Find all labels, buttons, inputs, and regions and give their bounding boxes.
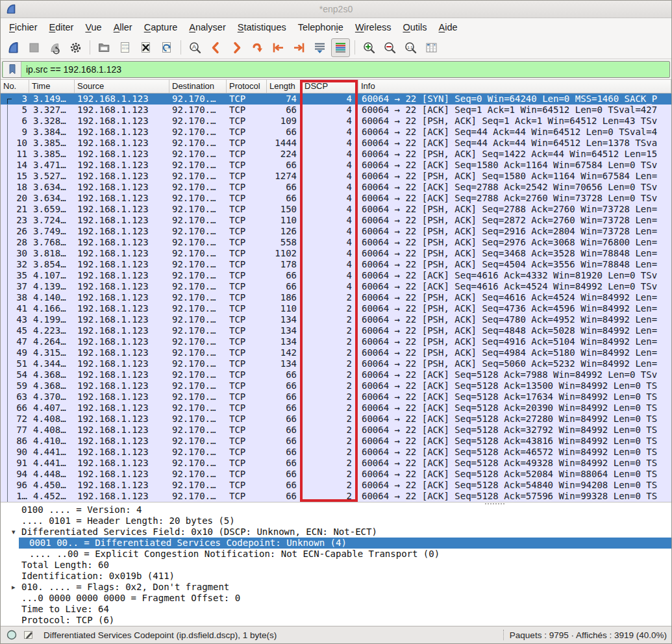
statusbar-splitter[interactable] <box>503 630 504 640</box>
packet-row[interactable]: 143.471…192.168.1.12392.170.…TCP66460064… <box>1 160 671 171</box>
filter-toolbar: ip.src == 192.168.1.123 <box>1 59 671 80</box>
packet-row[interactable]: 514.344…192.168.1.12392.170.…TCP13426006… <box>1 358 671 369</box>
packet-row[interactable]: 1…4.452…192.168.1.12392.170.…TCP66260064… <box>1 491 671 502</box>
detail-line[interactable]: Time to Live: 64 <box>1 604 671 615</box>
display-filter-input[interactable]: ip.src == 192.168.1.123 <box>2 61 670 78</box>
packet-row[interactable]: 354.107…192.168.1.12392.170.…TCP66460064… <box>1 270 671 281</box>
packet-row[interactable]: 53.327…192.168.1.12392.170.…TCP66460064 … <box>1 105 671 116</box>
packet-row[interactable]: 33.149…192.168.1.12392.170.…TCP74460064 … <box>1 93 671 105</box>
title-bar[interactable]: *enp2s0 <box>1 1 671 18</box>
detail-line[interactable]: 0001 00.. = Differentiated Services Code… <box>19 538 671 549</box>
packet-row[interactable]: 724.408…192.168.1.12392.170.…TCP66260064… <box>1 414 671 425</box>
menu-statistiques[interactable]: Statistiques <box>232 19 292 35</box>
menu-aide[interactable]: Aide <box>433 19 464 35</box>
packet-row[interactable]: 183.634…192.168.1.12392.170.…TCP66460064… <box>1 182 671 193</box>
column-header-no[interactable]: No. <box>1 80 29 93</box>
start-capture-icon[interactable] <box>4 38 23 57</box>
go-forward-icon[interactable] <box>227 38 246 57</box>
detail-line[interactable]: ...0 0000 0000 0000 = Fragment Offset: 0 <box>1 593 671 604</box>
packet-row[interactable]: 634.370…192.168.1.12392.170.…TCP66260064… <box>1 391 671 402</box>
close-file-icon[interactable]: 01010110 <box>136 38 155 57</box>
packet-row[interactable]: 544.368…192.168.1.12392.170.…TCP66260064… <box>1 369 671 380</box>
restart-capture-icon[interactable] <box>45 38 64 57</box>
colorize-icon[interactable] <box>331 38 350 57</box>
column-header-length[interactable]: Length <box>267 80 302 93</box>
cell-no: 90 <box>1 447 29 458</box>
filter-bookmark-button[interactable] <box>3 62 21 77</box>
packet-row[interactable]: 303.818…192.168.1.12392.170.…TCP11024600… <box>1 248 671 259</box>
packet-row[interactable]: 774.408…192.168.1.12392.170.…TCP66260064… <box>1 425 671 436</box>
detail-line[interactable]: Identification: 0x019b (411) <box>1 571 671 582</box>
packet-row[interactable]: 914.441…192.168.1.12392.170.…TCP66260064… <box>1 458 671 469</box>
column-header-protocol[interactable]: Protocol <box>227 80 267 93</box>
menu-wireless[interactable]: Wireless <box>349 19 397 35</box>
column-header-destination[interactable]: Destination <box>169 80 227 93</box>
auto-scroll-icon[interactable] <box>310 38 329 57</box>
detail-line[interactable]: ▾Differentiated Services Field: 0x10 (DS… <box>1 526 671 538</box>
detail-line[interactable]: 0100 .... = Version: 4 <box>1 504 671 515</box>
detail-line[interactable]: ▸010. .... = Flags: 0x2, Don't fragment <box>1 582 671 593</box>
column-header-time[interactable]: Time <box>29 80 75 93</box>
detail-line[interactable]: .... ..00 = Explicit Congestion Notifica… <box>1 549 671 560</box>
cell-dst: 92.170.… <box>169 303 227 314</box>
packet-row[interactable]: 384.140…192.168.1.12392.170.…TCP18626006… <box>1 292 671 303</box>
packet-row[interactable]: 374.139…192.168.1.12392.170.…TCP66460064… <box>1 281 671 292</box>
column-header-info[interactable]: Info <box>358 80 671 93</box>
packet-row[interactable]: 594.368…192.168.1.12392.170.…TCP66260064… <box>1 380 671 391</box>
packet-row[interactable]: 474.264…192.168.1.12392.170.…TCP13426006… <box>1 336 671 347</box>
resize-columns-icon[interactable] <box>422 38 441 57</box>
menu-vue[interactable]: Vue <box>79 19 107 35</box>
packet-row[interactable]: 213.659…192.168.1.12392.170.…TCP15046006… <box>1 204 671 215</box>
menu-editer[interactable]: Editer <box>44 19 80 35</box>
packet-row[interactable]: 434.199…192.168.1.12392.170.…TCP13426006… <box>1 314 671 325</box>
last-packet-icon[interactable] <box>290 38 308 57</box>
cell-src: 192.168.1.123 <box>75 447 169 458</box>
packet-row[interactable]: 283.768…192.168.1.12392.170.…TCP55846006… <box>1 237 671 248</box>
capture-options-icon[interactable] <box>66 38 85 57</box>
cell-proto: TCP <box>227 336 267 347</box>
packet-row[interactable]: 63.328…192.168.1.12392.170.…TCP109460064… <box>1 116 671 127</box>
reload-file-icon[interactable]: 01010110 <box>157 38 176 57</box>
first-packet-icon[interactable] <box>269 38 288 57</box>
packet-row[interactable]: 414.166…192.168.1.12392.170.…TCP11026006… <box>1 303 671 314</box>
zoom-original-icon[interactable]: 1:1 <box>401 38 420 57</box>
packet-row[interactable]: 323.854…192.168.1.12392.170.…TCP17846006… <box>1 259 671 270</box>
go-back-icon[interactable] <box>206 38 225 57</box>
packet-row[interactable]: 113.385…192.168.1.12392.170.…TCP22446006… <box>1 149 671 160</box>
expert-info-icon[interactable] <box>6 629 18 641</box>
packet-row[interactable]: 233.724…192.168.1.12392.170.…TCP11046006… <box>1 215 671 226</box>
expander-open-icon[interactable]: ▾ <box>12 526 16 538</box>
packet-row[interactable]: 494.315…192.168.1.12392.170.…TCP14226006… <box>1 347 671 358</box>
find-packet-icon[interactable]: A <box>186 38 205 57</box>
packet-row[interactable]: 964.450…192.168.1.12392.170.…TCP66260064… <box>1 480 671 491</box>
zoom-out-icon[interactable] <box>380 38 399 57</box>
column-header-dscp[interactable]: DSCP <box>302 80 358 93</box>
zoom-in-icon[interactable] <box>360 38 379 57</box>
packet-row[interactable]: 263.749…192.168.1.12392.170.…TCP12646006… <box>1 226 671 237</box>
packet-row[interactable]: 153.527…192.168.1.12392.170.…TCP12744600… <box>1 171 671 182</box>
packet-row[interactable]: 203.634…192.168.1.12392.170.…TCP66460064… <box>1 193 671 204</box>
go-to-packet-icon[interactable] <box>248 38 267 57</box>
packet-row[interactable]: 944.448…192.168.1.12392.170.…TCP66260064… <box>1 469 671 480</box>
menu-fichier[interactable]: Fichier <box>3 19 44 35</box>
save-file-icon[interactable]: 01010110 <box>116 38 134 57</box>
menu-capture[interactable]: Capture <box>138 19 184 35</box>
detail-line[interactable]: .... 0101 = Header Length: 20 bytes (5) <box>1 515 671 526</box>
open-file-icon[interactable] <box>95 38 114 57</box>
menu-outils[interactable]: Outils <box>397 19 432 35</box>
packet-row[interactable]: 664.407…192.168.1.12392.170.…TCP66260064… <box>1 402 671 414</box>
packet-row[interactable]: 454.223…192.168.1.12392.170.…TCP13426006… <box>1 325 671 336</box>
menu-aller[interactable]: Aller <box>108 19 138 35</box>
column-header-source[interactable]: Source <box>75 80 169 93</box>
stop-capture-icon[interactable] <box>25 38 44 57</box>
packet-row[interactable]: 864.410…192.168.1.12392.170.…TCP66260064… <box>1 436 671 447</box>
expander-closed-icon[interactable]: ▸ <box>12 582 16 593</box>
capture-comment-icon[interactable] <box>23 629 34 641</box>
packet-row[interactable]: 103.385…192.168.1.12392.170.…TCP14444600… <box>1 138 671 149</box>
detail-line[interactable]: Total Length: 60 <box>1 560 671 571</box>
menu-analyser[interactable]: Analyser <box>183 19 231 35</box>
packet-row[interactable]: 93.384…192.168.1.12392.170.…TCP66460064 … <box>1 127 671 138</box>
detail-line[interactable]: Protocol: TCP (6) <box>1 615 671 626</box>
menu-telephonie[interactable]: Telephonie <box>292 19 349 35</box>
packet-row[interactable]: 904.441…192.168.1.12392.170.…TCP66260064… <box>1 447 671 458</box>
